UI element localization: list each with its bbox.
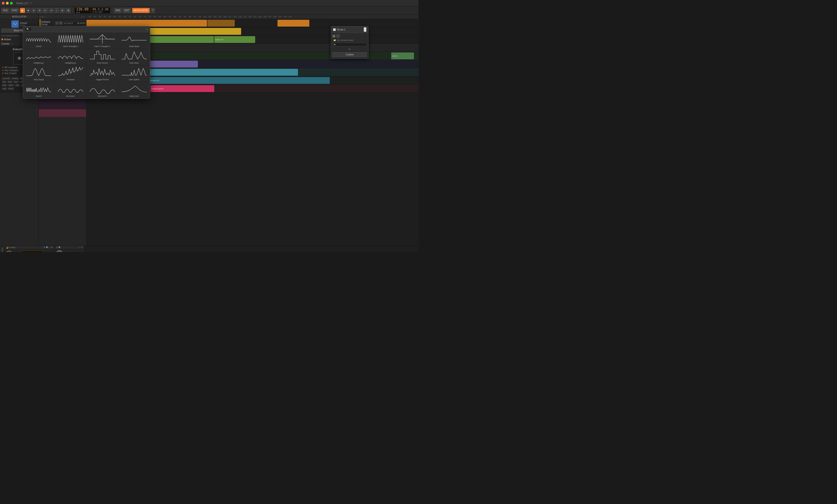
curve-cell-holy-church[interactable]: Holy Church	[87, 49, 118, 65]
params-close-icon[interactable]: ×	[79, 246, 80, 248]
play-button[interactable]: ▶	[20, 8, 25, 13]
plugin-settings-icon[interactable]: ⚙	[43, 246, 45, 248]
curve-cell-harm-tri-2[interactable]: Harm-Triangles II	[87, 32, 118, 49]
mark-121: 121	[252, 16, 257, 18]
mark-103: 103	[208, 16, 212, 18]
close-button[interactable]	[2, 2, 4, 4]
tag-slow[interactable]: slow	[7, 80, 13, 83]
tag-dirty[interactable]: dirty	[15, 84, 20, 87]
curve-preview-heart-beat	[121, 33, 148, 45]
filter-any-creator-label: Any Creator	[4, 72, 17, 75]
plugin-search-icon[interactable]: 🔍	[46, 246, 49, 248]
edit-button[interactable]: EDIT	[123, 8, 131, 13]
curve-cell-ghost[interactable]: Ghost	[23, 32, 55, 49]
clip-kickbass-2[interactable]	[208, 20, 235, 26]
mark-63: 63	[107, 16, 112, 18]
minimize-button[interactable]	[6, 2, 8, 4]
modulator-button[interactable]: MODULATOR	[132, 8, 150, 13]
browser-search[interactable]: 🔍	[25, 27, 32, 31]
curve-cell-jagged-rocks[interactable]: Jagged Rocks	[87, 66, 118, 82]
mark-89: 89	[173, 16, 177, 18]
freq-knob[interactable]	[6, 250, 12, 252]
tag-clean[interactable]: clean	[8, 84, 14, 87]
curve-cell-mirrored-1[interactable]: Mirrored I	[55, 82, 86, 98]
window-close-icon[interactable]: ×	[31, 2, 32, 4]
help-button[interactable]: ?	[150, 8, 155, 13]
output1-knob[interactable]	[56, 250, 63, 252]
clip-sc-1[interactable]: SC for Glocken #3	[143, 77, 330, 84]
tag-chord[interactable]: chord	[8, 87, 14, 90]
clip-glocken-1[interactable]: Glocken	[143, 69, 298, 76]
add-button[interactable]: ADD	[114, 8, 122, 13]
clip-ohh-1[interactable]: ohh #1	[391, 53, 414, 59]
curve-cell-holy-mosc[interactable]: Holy Mosc	[118, 49, 150, 65]
curve-cell-harm-tri-1[interactable]: Harm-Triangles I	[55, 32, 86, 49]
plugin-header: 🌙 Curves ⚙ 🔍 × ▼	[4, 246, 54, 249]
mark-129: 129	[272, 16, 278, 18]
track-solo-kickbass[interactable]: M	[59, 22, 62, 25]
curve-cell-heart-beat[interactable]: Heart Beat	[118, 32, 150, 49]
curve-name-jagged-rocks: Jagged Rocks	[96, 78, 109, 81]
capture-button[interactable]: ⊕	[60, 8, 65, 13]
mark-127: 127	[267, 16, 272, 18]
curve-cell-mirrored-2[interactable]: Mirrored II	[87, 82, 118, 98]
mark-69: 69	[122, 16, 127, 18]
loop-button[interactable]: ⟲	[37, 8, 42, 13]
tag-hard[interactable]: hard	[14, 80, 19, 83]
tag-fast[interactable]: fast	[2, 80, 6, 83]
track-mute-kickbass[interactable]: S	[55, 22, 58, 25]
tag-poly[interactable]: poly	[2, 87, 7, 90]
track-input-kickbass[interactable]: No input ▾	[63, 22, 77, 25]
search-icon: 🔍	[26, 28, 29, 31]
maximize-button[interactable]	[10, 2, 13, 4]
clip-shaker-2[interactable]: shaker #3	[214, 36, 255, 43]
curve-preview-mirrored-1	[57, 83, 84, 95]
plugin-title: Curves	[9, 246, 16, 248]
mark-61: 61	[102, 16, 107, 18]
curve-cell-moby-dick[interactable]: Moby Dick	[118, 82, 150, 98]
curve-name-mirrored-1: Mirrored I	[66, 95, 75, 97]
mark-59: 59	[97, 16, 102, 18]
tag-dark[interactable]: dark	[2, 84, 7, 87]
confirm-button[interactable]: Confirm	[333, 52, 367, 57]
rewind-button[interactable]: ⇤	[43, 8, 48, 13]
terrain-search-input[interactable]	[333, 43, 367, 46]
file-button[interactable]: FILE	[1, 8, 9, 13]
terrain-close-button[interactable]: ×	[364, 27, 367, 32]
clip-kickbass-1[interactable]	[86, 20, 207, 26]
play-label-button[interactable]: PLAY	[10, 8, 19, 13]
mark-81: 81	[153, 16, 157, 18]
curve-preview-harm-tri-1	[57, 33, 84, 45]
mark-99: 99	[197, 16, 202, 18]
tag-acoustic[interactable]: acoustic	[2, 77, 11, 80]
terrain-folder-item[interactable]: 📁 My Library/Curves	[333, 39, 367, 42]
plugin-collapse-icon[interactable]: ▼	[51, 246, 53, 248]
tag-analog[interactable]: analog	[11, 77, 19, 80]
curve-cell-late-spikes[interactable]: Late Spikes	[118, 66, 150, 82]
grid-button[interactable]: ⊞	[66, 8, 71, 13]
params-collapse-icon[interactable]: ▼	[81, 246, 83, 248]
curve-cell-holy-stupa[interactable]: Holy Stupa	[23, 66, 55, 82]
forward-button[interactable]: ⇥	[49, 8, 54, 13]
curve-cell-march[interactable]: March	[23, 82, 55, 98]
track-name-kickbass: Kickbass Group	[41, 21, 55, 26]
browser-close-button[interactable]: ×	[146, 27, 148, 31]
record-button[interactable]: ●	[31, 8, 36, 13]
mark-133: 133	[283, 16, 287, 18]
curve-name-holy-stupa: Holy Stupa	[34, 78, 44, 81]
clip-ohh-1-label: ohh #1	[392, 55, 397, 57]
curve-cell-hedgehog-2[interactable]: Hedgehog II	[55, 49, 86, 65]
traffic-lights	[2, 2, 13, 4]
curve-cell-hedgehog-1[interactable]: Hedgehog I	[23, 49, 55, 65]
metronome-button[interactable]: ♩	[55, 8, 59, 13]
plugin-close-icon[interactable]: ×	[49, 246, 50, 248]
tab-project[interactable]: PROJECT	[1, 247, 4, 252]
params-search-icon[interactable]: 🔍	[58, 246, 61, 248]
stop-button[interactable]: ■	[26, 8, 31, 13]
mark-125: 125	[263, 16, 267, 18]
clip-kickbass-3[interactable]	[278, 20, 309, 26]
terrain-add-button[interactable]: +	[336, 34, 340, 38]
clip-kaputte-2[interactable]: kaputte sparse	[150, 85, 214, 92]
mark-95: 95	[188, 16, 192, 18]
curve-cell-increase[interactable]: Increase	[55, 66, 86, 82]
